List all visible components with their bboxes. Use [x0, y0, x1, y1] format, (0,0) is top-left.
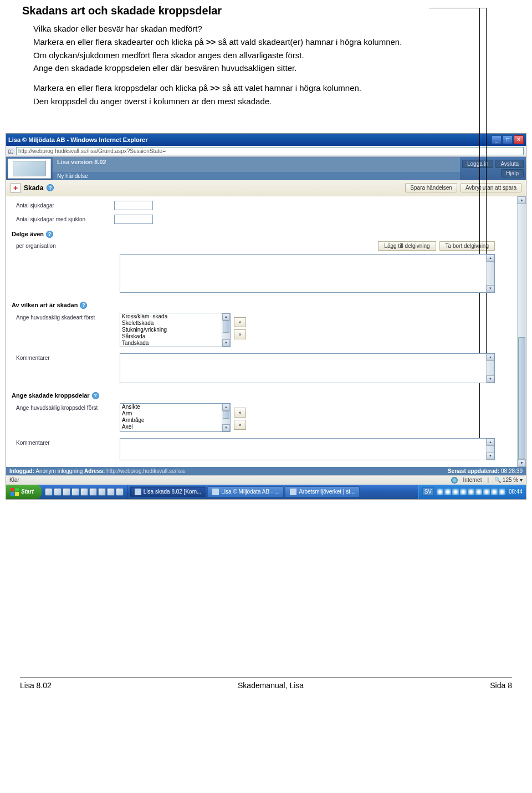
- plus-icon: +: [11, 183, 21, 193]
- tray-icon[interactable]: [452, 489, 459, 495]
- scroll-down-icon[interactable]: ▼: [487, 375, 494, 383]
- minimize-button[interactable]: _: [492, 135, 502, 144]
- move-left-button[interactable]: «: [234, 420, 246, 430]
- ql-icon[interactable]: [63, 488, 70, 496]
- tray-icon[interactable]: [483, 489, 490, 495]
- move-right-button[interactable]: »: [234, 408, 246, 418]
- scroll-down-icon[interactable]: ▼: [518, 459, 526, 467]
- per-org-label: per organisation: [12, 243, 114, 249]
- ql-icon[interactable]: [89, 488, 97, 496]
- kropp-kommentarer-textarea[interactable]: ▲ ▼: [120, 438, 495, 460]
- help-icon[interactable]: ?: [47, 184, 54, 191]
- taskbar: Start Lisa skada 8.02 [Kom... Lisa © Mil…: [6, 485, 526, 499]
- list-item[interactable]: Armbåge: [120, 417, 230, 424]
- scroll-thumb[interactable]: [223, 411, 229, 419]
- ql-icon[interactable]: [107, 488, 115, 496]
- kropp-source-listbox[interactable]: Ansikte Arm Armbåge Axel ▲ ▼: [120, 403, 231, 432]
- scroll-down-icon[interactable]: ▼: [222, 424, 230, 431]
- scroll-up-icon[interactable]: ▲: [222, 313, 230, 321]
- kommentarer-label: Kommentarer: [12, 439, 114, 446]
- scroll-down-icon[interactable]: ▼: [487, 285, 494, 292]
- list-item[interactable]: Ansikte: [120, 404, 230, 410]
- help-icon[interactable]: ?: [46, 231, 53, 238]
- windows-icon: [11, 488, 19, 496]
- language-indicator[interactable]: SV: [422, 487, 434, 496]
- scroll-up-icon[interactable]: ▲: [518, 196, 526, 204]
- lisa-header: Lisa version 8.02 Ny händelse Logga in A…: [6, 157, 526, 180]
- sjuklon-row: Antal sjukdagar med sjuklon: [12, 212, 515, 226]
- ql-icon[interactable]: [80, 488, 88, 496]
- remove-delgivning-button[interactable]: Ta bort delgivning: [439, 241, 495, 251]
- scrollbar[interactable]: ▲ ▼: [222, 404, 230, 431]
- tray-icon[interactable]: [499, 489, 505, 495]
- move-left-button[interactable]: «: [234, 329, 246, 339]
- help-icon[interactable]: ?: [92, 392, 99, 399]
- art-source-listbox[interactable]: Kross/kläm- skada Skelettskada Stukning/…: [120, 313, 231, 347]
- maximize-button[interactable]: □: [503, 135, 513, 144]
- exit-button[interactable]: Avsluta: [495, 160, 524, 168]
- scroll-thumb[interactable]: [223, 321, 229, 333]
- tray-icon[interactable]: [475, 489, 482, 495]
- address-input[interactable]: [16, 147, 524, 155]
- help-icon[interactable]: ?: [80, 302, 87, 309]
- scrollbar[interactable]: ▲ ▼: [486, 354, 494, 383]
- cancel-button[interactable]: Avbryt utan att spara: [461, 183, 521, 192]
- page-footer: Lisa 8.02 Skademanual, Lisa Sida 8: [20, 677, 512, 690]
- kommentarer-label: Kommentarer: [12, 354, 114, 361]
- tray-icon[interactable]: [437, 489, 443, 495]
- add-delgivning-button[interactable]: Lägg till delgivning: [378, 241, 436, 251]
- save-button[interactable]: Spara händelsen: [405, 183, 457, 192]
- scrollbar[interactable]: ▲ ▼: [486, 255, 494, 292]
- close-button[interactable]: ×: [514, 135, 524, 144]
- scroll-up-icon[interactable]: ▲: [222, 404, 230, 411]
- ql-icon[interactable]: [98, 488, 106, 496]
- art-dual-list: Kross/kläm- skada Skelettskada Stukning/…: [120, 313, 515, 347]
- tray-icon[interactable]: [468, 489, 474, 495]
- ql-icon[interactable]: [71, 488, 79, 496]
- delgivning-textarea[interactable]: ▲ ▼: [120, 254, 495, 293]
- clock[interactable]: 08:44: [509, 489, 523, 495]
- scroll-up-icon[interactable]: ▲: [487, 439, 494, 446]
- scroll-down-icon[interactable]: ▼: [222, 339, 230, 347]
- footer-left: Lisa 8.02: [20, 681, 52, 690]
- scrollbar[interactable]: ▲ ▼: [222, 313, 230, 347]
- list-item[interactable]: Arm: [120, 410, 230, 417]
- app-icon: [290, 489, 296, 495]
- scroll-up-icon[interactable]: ▲: [487, 255, 494, 262]
- list-item[interactable]: Kross/kläm- skada: [120, 313, 230, 320]
- tray-icon[interactable]: [491, 489, 498, 495]
- list-item[interactable]: Tandskada: [120, 340, 230, 347]
- lisa-logo: [8, 159, 51, 179]
- start-button[interactable]: Start: [6, 485, 42, 499]
- scroll-thumb[interactable]: [518, 337, 525, 459]
- scroll-down-icon[interactable]: ▼: [487, 453, 494, 460]
- list-item[interactable]: Axel: [120, 424, 230, 430]
- delge-heading: Delge även ?: [12, 226, 515, 240]
- task-button[interactable]: Lisa skada 8.02 [Kom...: [130, 486, 207, 497]
- list-item[interactable]: Stukning/vrickning: [120, 327, 230, 333]
- ie-title-text: Lisa © Miljödata AB - Windows Internet E…: [8, 136, 147, 143]
- art-kommentarer-textarea[interactable]: ▲ ▼: [120, 353, 495, 383]
- app-icon: [212, 489, 219, 495]
- main-scrollbar[interactable]: ▲ ▼: [517, 196, 526, 467]
- move-right-button[interactable]: »: [234, 317, 246, 327]
- lisa-status-bar: Inloggad: Anonym inloggning Adress: http…: [6, 467, 526, 475]
- list-item[interactable]: Sårskada: [120, 333, 230, 340]
- task-button[interactable]: Arbetsmiljöverket | st...: [285, 486, 360, 497]
- scrollbar[interactable]: ▲ ▼: [486, 439, 494, 460]
- window-buttons: _ □ ×: [492, 135, 524, 144]
- task-button[interactable]: Lisa © Miljödata AB - ...: [207, 486, 284, 497]
- tray-icon[interactable]: [460, 489, 467, 495]
- sjukdagar-input[interactable]: [114, 201, 153, 210]
- sjuklon-input[interactable]: [114, 215, 153, 224]
- tray-icon[interactable]: [444, 489, 451, 495]
- login-button[interactable]: Logga in: [462, 160, 493, 168]
- kropp-dual-list: Ansikte Arm Armbåge Axel ▲ ▼ » «: [120, 403, 515, 432]
- list-item[interactable]: Skelettskada: [120, 320, 230, 327]
- scroll-up-icon[interactable]: ▲: [487, 354, 494, 361]
- ql-icon[interactable]: [54, 488, 62, 496]
- art-label: Ange huvudsaklig skadeart först: [12, 313, 114, 321]
- help-button[interactable]: Hjälp: [501, 169, 524, 177]
- ql-icon[interactable]: [45, 488, 53, 496]
- ql-icon[interactable]: [116, 488, 124, 496]
